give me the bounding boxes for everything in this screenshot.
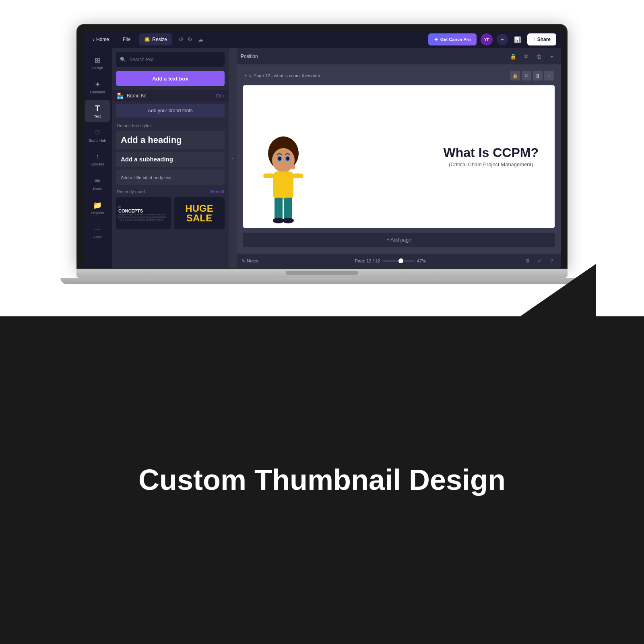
sidebar-item-label-projects: Projects	[91, 211, 104, 215]
get-canva-pro-button[interactable]: ✦ Get Canva Pro	[428, 33, 477, 45]
text-panel: 🔍 Add a text box 🏪 Brand Kit Edit	[112, 48, 229, 268]
canvas-main-title: What Is CCPM?	[444, 146, 539, 160]
share-icon: ↑	[533, 37, 535, 42]
canvas-toolbar: Position 🔒 ⧉ 🗑 +	[237, 48, 561, 64]
sidebar-item-design[interactable]: ⊞ Design	[85, 52, 110, 74]
page-actions: 🔒 ⧉ 🗑 +	[510, 71, 554, 80]
sale-thumbnail[interactable]: HUGE SALE	[174, 197, 225, 229]
page-lock-button[interactable]: 🔒	[510, 71, 520, 80]
brand-hub-icon: ♡	[94, 128, 101, 137]
bottom-section: Custom Thumbnail Design	[0, 316, 644, 644]
sidebar-item-label-draw: Draw	[93, 187, 101, 191]
brand-kit-row: 🏪 Brand Kit Edit	[112, 90, 229, 101]
notes-label: Notes	[247, 258, 258, 263]
emoji-icon: 🌟	[144, 37, 150, 42]
svg-rect-9	[273, 171, 293, 200]
sidebar-item-draw[interactable]: ✏ Draw	[85, 172, 110, 195]
laptop-notch	[286, 271, 358, 275]
lock-icon[interactable]: 🔒	[508, 51, 518, 62]
duplicate-icon[interactable]: ⧉	[521, 51, 531, 62]
redo-button[interactable]: ↻	[186, 36, 194, 43]
notes-icon: ✎	[242, 258, 245, 264]
page-name: Page 12 - what is ccpm_thewodm	[254, 73, 320, 78]
page-label: ∧ ∨ Page 12 - what is ccpm_thewodm	[244, 73, 320, 78]
text-icon: T	[95, 104, 100, 113]
resize-button[interactable]: 🌟 Resize	[139, 33, 172, 45]
page-label-row: ∧ ∨ Page 12 - what is ccpm_thewodm 🔒 ⧉ 🗑…	[243, 71, 555, 80]
page-wrapper: ‹ Home File 🌟 Resize ↺ ↻ ☁	[0, 0, 644, 644]
main-content: ⊞ Design ✦ Elements T Text ♡	[83, 48, 561, 268]
draw-icon: ✏	[95, 177, 101, 186]
canvas-subtitle: (Critical Chain Project Management)	[444, 161, 539, 167]
add-textbox-button[interactable]: Add a text box	[116, 71, 225, 86]
add-page-icon[interactable]: +	[547, 51, 557, 62]
sidebar-item-text[interactable]: T Text	[85, 100, 110, 122]
delete-icon[interactable]: 🗑	[534, 51, 544, 62]
sidebar-item-uploads[interactable]: ↑ Uploads	[85, 148, 110, 171]
back-button[interactable]: ‹ Home	[88, 33, 114, 45]
star-icon: ✦	[434, 37, 438, 43]
sidebar-item-brand-hub[interactable]: ♡ Brand Hub	[85, 124, 110, 147]
zoom-slider[interactable]	[382, 260, 415, 262]
concepts-num: 01	[118, 206, 122, 208]
search-input[interactable]	[129, 57, 221, 62]
thumbnails-row: 01 CONCEPTS Design concepts for the bran…	[112, 196, 229, 231]
see-all-link[interactable]: See all	[210, 189, 224, 194]
svg-marker-16	[491, 264, 596, 336]
zoom-level: 47%	[417, 258, 426, 263]
search-bar[interactable]: 🔍	[116, 52, 225, 67]
user-avatar[interactable]: YT	[481, 33, 493, 45]
sidebar-item-label-uploads: Uploads	[91, 162, 104, 166]
svg-rect-12	[275, 198, 283, 220]
file-menu[interactable]: File	[118, 33, 135, 45]
brand-kit-edit-button[interactable]: Edit	[216, 93, 224, 98]
share-button[interactable]: ↑ Share	[527, 33, 556, 45]
svg-point-7	[278, 157, 281, 161]
concepts-body: Design concepts for the brand. Brainstor…	[118, 213, 169, 221]
svg-point-14	[273, 218, 284, 223]
svg-rect-10	[263, 173, 275, 178]
design-canvas[interactable]: What Is CCPM? (Critical Chain Project Ma…	[243, 85, 555, 228]
home-label: Home	[96, 37, 109, 42]
body-style-item[interactable]: Add a little bit of body text	[116, 169, 225, 185]
body-label: Add a little bit of body text	[121, 175, 171, 180]
sale-text-area: HUGE SALE	[185, 204, 213, 223]
canvas-scroll-area[interactable]: ∧ ∨ Page 12 - what is ccpm_thewodm 🔒 ⧉ 🗑…	[237, 64, 561, 254]
sale-line1: HUGE	[185, 204, 213, 213]
page-copy-button[interactable]: ⧉	[522, 71, 531, 80]
canvas-area: Position 🔒 ⧉ 🗑 + ∧	[237, 48, 561, 268]
subheading-label: Add a subheading	[121, 156, 173, 163]
sidebar-item-elements[interactable]: ✦ Elements	[85, 76, 110, 98]
svg-rect-11	[292, 173, 303, 178]
zoom-slider-area: Page 12 / 12 47%	[262, 258, 519, 263]
analytics-icon[interactable]: 📊	[512, 34, 523, 45]
design-icon: ⊞	[95, 56, 101, 65]
zoom-thumb	[398, 258, 403, 263]
sidebar-item-label-design: Design	[92, 66, 103, 70]
triangle-decoration	[491, 264, 596, 336]
share-label: Share	[537, 37, 551, 42]
apps-icon: ⋯	[94, 225, 101, 234]
concepts-title: CONCEPTS	[118, 208, 143, 213]
character-illustration	[251, 131, 316, 228]
bottom-section-title: Custom Thumbnail Design	[138, 463, 506, 496]
heading-style-item[interactable]: Add a heading	[116, 131, 225, 149]
add-page-button[interactable]: + Add page	[243, 233, 555, 247]
concepts-thumbnail[interactable]: 01 CONCEPTS Design concepts for the bran…	[116, 197, 171, 229]
add-brand-fonts-button[interactable]: Add your brand fonts	[116, 104, 225, 118]
projects-icon: 📁	[93, 201, 102, 210]
uploads-icon: ↑	[96, 153, 99, 161]
brand-kit-label: Brand Kit	[127, 93, 213, 99]
sidebar-item-apps[interactable]: ⋯ Apps	[85, 221, 110, 243]
add-collaborator-button[interactable]: +	[497, 34, 508, 45]
sidebar-item-projects[interactable]: 📁 Projects	[85, 196, 110, 219]
notes-button[interactable]: ✎ Notes	[242, 258, 258, 264]
cloud-save-icon: ☁	[198, 36, 203, 43]
subheading-style-item[interactable]: Add a subheading	[116, 152, 225, 167]
avatar-text: YT	[484, 37, 489, 41]
collapse-panel-button[interactable]: ‹	[229, 48, 237, 268]
page-add-button[interactable]: +	[544, 71, 554, 80]
default-styles-title: Default text styles	[112, 120, 229, 130]
undo-button[interactable]: ↺	[178, 36, 185, 43]
page-delete-button[interactable]: 🗑	[533, 71, 543, 80]
